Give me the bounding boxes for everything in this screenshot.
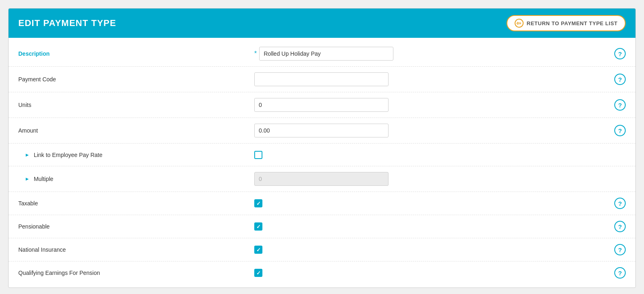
description-field-area: *	[254, 47, 614, 61]
pensionable-label: Pensionable	[18, 223, 254, 230]
link-employee-pay-rate-field-area	[254, 151, 626, 159]
pensionable-checkmark-icon: ✓	[256, 224, 261, 230]
multiple-expand-arrow-icon: ►	[25, 176, 30, 182]
taxable-row: Taxable ✓ ?	[9, 192, 635, 215]
pensionable-row: Pensionable ✓ ?	[9, 215, 635, 238]
taxable-checkbox[interactable]: ✓	[254, 199, 262, 207]
payment-code-row: Payment Code ?	[9, 67, 635, 92]
taxable-help-icon[interactable]: ?	[614, 198, 626, 209]
amount-input[interactable]	[254, 124, 389, 137]
return-to-list-button[interactable]: ⇦ RETURN TO PAYMENT TYPE LIST	[506, 15, 626, 31]
units-field-area	[254, 98, 614, 112]
multiple-label: ► Multiple	[18, 176, 254, 182]
link-employee-pay-rate-row: ► Link to Employee Pay Rate	[9, 144, 635, 166]
payment-code-input[interactable]	[254, 72, 389, 86]
qualifying-earnings-label: Qualifying Earnings For Pension	[18, 270, 254, 276]
taxable-field-area: ✓	[254, 199, 614, 207]
page-title: EDIT PAYMENT TYPE	[18, 18, 116, 28]
required-star: *	[254, 50, 257, 57]
national-insurance-checkmark-icon: ✓	[256, 247, 261, 253]
units-input[interactable]	[254, 98, 389, 112]
national-insurance-help-icon[interactable]: ?	[614, 244, 626, 255]
taxable-label: Taxable	[18, 200, 254, 207]
payment-code-field-area	[254, 72, 614, 86]
description-help-icon[interactable]: ?	[614, 48, 626, 59]
multiple-row: ► Multiple	[9, 166, 635, 192]
units-row: Units ?	[9, 92, 635, 118]
amount-field-area	[254, 124, 614, 137]
multiple-field-area	[254, 172, 626, 186]
expand-arrow-icon: ►	[25, 152, 30, 158]
link-employee-pay-rate-checkbox[interactable]	[254, 151, 262, 159]
amount-label: Amount	[18, 127, 254, 134]
link-employee-pay-rate-label: ► Link to Employee Pay Rate	[18, 152, 254, 158]
description-row: Description * ?	[9, 41, 635, 67]
national-insurance-row: National Insurance ✓ ?	[9, 238, 635, 261]
amount-help-icon[interactable]: ?	[614, 125, 626, 136]
units-help-icon[interactable]: ?	[614, 99, 626, 111]
national-insurance-label: National Insurance	[18, 246, 254, 253]
page-container: EDIT PAYMENT TYPE ⇦ RETURN TO PAYMENT TY…	[8, 8, 636, 288]
national-insurance-checkbox[interactable]: ✓	[254, 246, 262, 254]
back-arrow-icon: ⇦	[515, 19, 524, 28]
qualifying-earnings-checkbox[interactable]: ✓	[254, 269, 262, 277]
description-input[interactable]	[259, 47, 393, 61]
qualifying-earnings-help-icon[interactable]: ?	[614, 267, 626, 279]
units-label: Units	[18, 102, 254, 108]
qualifying-earnings-field-area: ✓	[254, 269, 614, 277]
multiple-input	[254, 172, 389, 186]
pensionable-help-icon[interactable]: ?	[614, 221, 626, 232]
national-insurance-field-area: ✓	[254, 246, 614, 254]
pensionable-field-area: ✓	[254, 222, 614, 231]
return-button-label: RETURN TO PAYMENT TYPE LIST	[527, 20, 618, 26]
taxable-checkmark-icon: ✓	[256, 200, 261, 207]
amount-row: Amount ?	[9, 118, 635, 144]
pensionable-checkbox[interactable]: ✓	[254, 222, 262, 231]
qualifying-earnings-row: Qualifying Earnings For Pension ✓ ?	[9, 261, 635, 284]
description-label: Description	[18, 50, 254, 57]
header: EDIT PAYMENT TYPE ⇦ RETURN TO PAYMENT TY…	[9, 9, 635, 38]
form-body: Description * ? Payment Code ? Units	[9, 38, 635, 287]
payment-code-label: Payment Code	[18, 76, 254, 83]
qualifying-earnings-checkmark-icon: ✓	[256, 270, 261, 276]
payment-code-help-icon[interactable]: ?	[614, 74, 626, 85]
